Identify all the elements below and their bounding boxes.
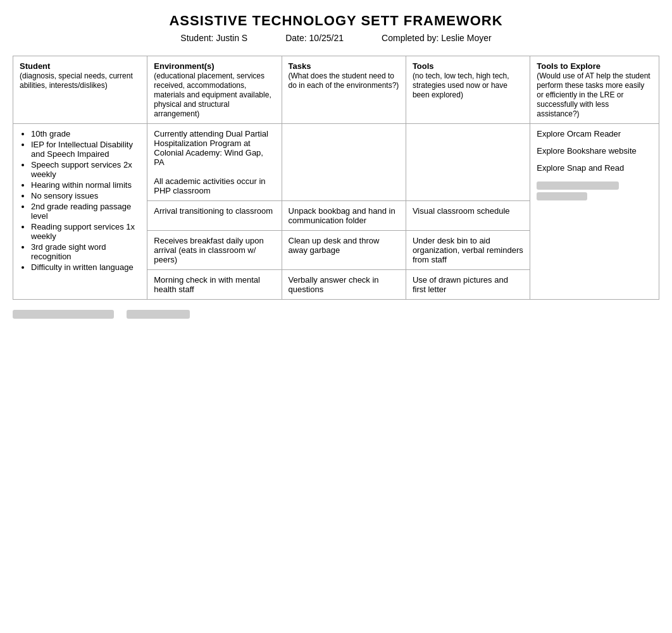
tools-explore-item-2: Explore Bookshare website [537, 146, 652, 156]
tools-explore-redacted [537, 180, 652, 200]
tools-cell-1 [406, 124, 530, 201]
tools-cell-4: Use of drawn pictures and first letter [406, 270, 530, 300]
list-item: 3rd grade sight word recognition [31, 242, 140, 261]
tools-cell-2: Visual classroom schedule [406, 201, 530, 231]
footer-row [13, 310, 659, 319]
tasks-cell-1 [282, 124, 406, 201]
col-header-student: Student (diagnosis, special needs, curre… [13, 56, 147, 124]
col-header-tasks: Tasks (What does the student need to do … [282, 56, 406, 124]
environment-cell-2: Arrival transitioning to classroom [147, 201, 282, 231]
tasks-cell-4: Verbally answer check in questions [282, 270, 406, 300]
tasks-cell-2: Unpack bookbag and hand in communication… [282, 201, 406, 231]
list-item: IEP for Intellectual Disability and Spee… [31, 140, 140, 159]
list-item: Difficulty in written language [31, 262, 140, 272]
page-title: ASSISTIVE TECHNOLOGY SETT FRAMEWORK [13, 13, 659, 29]
col-header-tools: Tools (no tech, low tech, high tech, str… [406, 56, 530, 124]
student-cell: 10th grade IEP for Intellectual Disabili… [13, 124, 147, 300]
list-item: No sensory issues [31, 191, 140, 200]
table-header-row: Student (diagnosis, special needs, curre… [13, 56, 659, 124]
tasks-cell-3: Clean up desk and throw away garbage [282, 231, 406, 270]
tools-explore-cell: Explore Orcam Reader Explore Bookshare w… [530, 124, 659, 300]
list-item: Reading support services 1x weekly [31, 222, 140, 241]
tools-explore-item-1: Explore Orcam Reader [537, 129, 652, 138]
date-meta: Date: 10/25/21 [285, 33, 344, 43]
tools-explore-item-3: Explore Snap and Read [537, 163, 652, 173]
list-item: 10th grade [31, 129, 140, 138]
sett-table: Student (diagnosis, special needs, curre… [13, 56, 659, 300]
list-item: 2nd grade reading passage level [31, 202, 140, 221]
list-item: Hearing within normal limits [31, 180, 140, 190]
tools-cell-3: Under desk bin to aid organization, verb… [406, 231, 530, 270]
student-meta: Student: Justin S [180, 33, 247, 43]
col-header-environment: Environment(s) (educational placement, s… [147, 56, 282, 124]
completed-meta: Completed by: Leslie Moyer [382, 33, 492, 43]
list-item: Speech support services 2x weekly [31, 160, 140, 179]
footer-redacted-2 [127, 310, 190, 319]
environment-cell-3: Receives breakfast daily upon arrival (e… [147, 231, 282, 270]
environment-cell-4: Morning check in with mental health staf… [147, 270, 282, 300]
meta-row: Student: Justin S Date: 10/25/21 Complet… [13, 33, 659, 43]
environment-cell-1: Currently attending Dual Partial Hospita… [147, 124, 282, 201]
footer-redacted-1 [13, 310, 114, 319]
student-list: 10th grade IEP for Intellectual Disabili… [20, 129, 140, 272]
table-row-main: 10th grade IEP for Intellectual Disabili… [13, 124, 659, 201]
col-header-tools-explore: Tools to Explore (Would use of AT help t… [530, 56, 659, 124]
